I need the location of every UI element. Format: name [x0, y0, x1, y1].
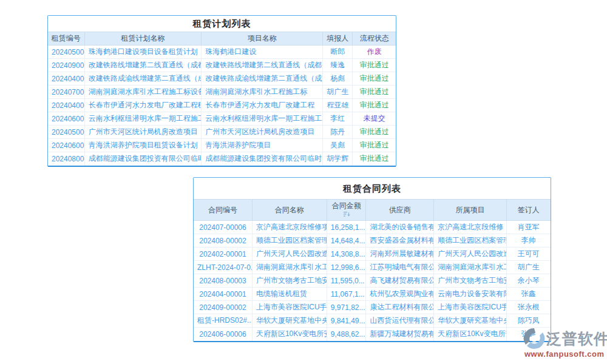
status-cell: 审批通过	[353, 72, 396, 86]
table-row[interactable]: 202408-00002顺德工业园区档案管理精装饰...14,648,4...西…	[194, 234, 551, 248]
header-row: 租赁编号租赁计划名称项目名称填报人流程状态	[48, 32, 396, 46]
status-cell: 未提交	[353, 112, 396, 126]
reporter-cell: 陈丹	[323, 126, 353, 139]
table-row[interactable]: 202406-00006天府新区10Kv变电所安装工程...9,488,62..…	[194, 328, 551, 341]
plan-id-cell[interactable]: 2024040006	[48, 99, 84, 112]
signer-cell: 陈巧凤	[506, 314, 551, 328]
col-contract-amount[interactable]: 合同金额	[327, 200, 366, 221]
contract-name-cell[interactable]: 广州市文物考古工地安防系统...	[252, 274, 327, 288]
project-name-cell[interactable]: 改建铁路线增建第二线直通线（成都-西安）电力线...	[202, 59, 323, 72]
plan-name-cell[interactable]: 广州市天河区统计局机房改造项目	[84, 126, 202, 139]
plan-name-cell[interactable]: 珠海鹤港口建设项目设备租赁计划	[84, 46, 202, 59]
plan-id-cell[interactable]: 2024060009	[48, 139, 84, 152]
amount-cell: 14,308,8...	[327, 248, 366, 261]
contract-no-cell[interactable]: 202408-00002	[194, 234, 252, 248]
plan-name-cell[interactable]: 改建铁路成渝线增建第二直通线（成渝枢纽）...	[84, 72, 202, 86]
table-row[interactable]: 2024090003改建铁路线增建第二线直通线（成都-西安）电...改建铁路线增…	[48, 59, 396, 72]
table-row[interactable]: 2024060010云南水利枢纽潜明水库一期工程施工标租赁设...云南水利枢纽潜…	[48, 112, 396, 126]
amount-cell: 11,067,1...	[327, 288, 366, 301]
signer-cell: 张永根	[506, 301, 551, 314]
plan-name-cell[interactable]: 成都能源建设集团投资有限公司临时办公场所...	[84, 152, 202, 166]
plan-name-cell[interactable]: 云南水利枢纽潜明水库一期工程施工标租赁设...	[84, 112, 202, 126]
contract-no-cell[interactable]: 202408-00003	[194, 274, 252, 288]
col-status: 流程状态	[353, 32, 396, 46]
plan-id-cell[interactable]: 2024060010	[48, 112, 84, 126]
table-row[interactable]: 2024070009湖南洞庭湖水库引水工程施工标设备租赁计划湖南洞庭湖水库引水工…	[48, 86, 396, 99]
status-cell: 审批通过	[353, 139, 396, 152]
supplier-cell: 高飞建材贸易有限公司	[366, 274, 434, 288]
table-row[interactable]: 202409-00002上海市美容医院ICU手术室净化...9,971,82..…	[194, 301, 551, 314]
table-row[interactable]: 202407-00006京沪高速北京段维修项目设备...16,258,1...湖…	[194, 221, 551, 234]
table-row[interactable]: 2024060009青海洪湖养护院项目租赁设备计划青海洪湖养护院项目吴彪审批通过	[48, 139, 396, 152]
project-name-cell[interactable]: 广州市天河区统计局机房改造项目	[202, 126, 323, 139]
contract-name-cell[interactable]: 天府新区10Kv变电所安装工程...	[252, 328, 327, 341]
project-name-cell[interactable]: 湖南洞庭湖水库引水工程施工标	[202, 86, 323, 99]
table-row[interactable]: 202402-00001广州天河人民公园改造工程挖...14,308,8...河…	[194, 248, 551, 261]
col-supplier: 供应商	[366, 200, 434, 221]
table-row[interactable]: ZLHT-2024-07-0...湖南洞庭湖水库引水工程施工...12,998,…	[194, 261, 551, 274]
col-project: 所属项目	[434, 200, 506, 221]
watermark-brand: 泛普软件	[546, 329, 607, 349]
plan-id-cell[interactable]: 2024090003	[48, 59, 84, 72]
supplier-cell: 河南郑州晨敏建材有限...	[366, 248, 434, 261]
amount-cell: 9,488,62...	[327, 328, 366, 341]
project-cell: 华软大厦研究基地中央空调系...	[434, 314, 506, 328]
amount-cell: 9,841,49...	[327, 314, 366, 328]
sort-amount-icon[interactable]	[329, 210, 364, 218]
contract-no-cell[interactable]: 202407-00006	[194, 221, 252, 234]
contract-no-cell[interactable]: ZLHT-2024-07-0...	[194, 261, 252, 274]
contract-no-cell[interactable]: 租赁-HRDS02#...	[194, 314, 252, 328]
table-row[interactable]: 202408-00003广州市文物考古工地安防系统...11,595,0...高…	[194, 274, 551, 288]
plan-id-cell[interactable]: 2024080004	[48, 152, 84, 166]
supplier-cell: 湖北美的设备销售有限...	[366, 221, 434, 234]
supplier-cell: 江苏明城电气有限公司	[366, 261, 434, 274]
status-cell: 审批通过	[353, 86, 396, 99]
contract-no-cell[interactable]: 202409-00002	[194, 301, 252, 314]
contract-name-cell[interactable]: 华软大厦研究基地中央空调系...	[252, 314, 327, 328]
plan-id-cell[interactable]: 2024040007	[48, 72, 84, 86]
project-cell: 广州市文物考古工地安防系统...	[434, 274, 506, 288]
fanpu-watermark: 泛普软件 www.fanpusoft.com	[522, 326, 607, 359]
plan-name-cell[interactable]: 青海洪湖养护院项目租赁设备计划	[84, 139, 202, 152]
contract-name-cell[interactable]: 广州天河人民公园改造工程挖...	[252, 248, 327, 261]
table-row[interactable]: 2024040006长春市伊通河水力发电厂改建工程租赁设备计划长春市伊通河水力发…	[48, 99, 396, 112]
contract-no-cell[interactable]: 202402-00001	[194, 248, 252, 261]
project-name-cell[interactable]: 长春市伊通河水力发电厂改建工程	[202, 99, 323, 112]
table-row[interactable]: 202404-00001电缆输送机租赁11,067,1...杭州弘农景观陶业有限…	[194, 288, 551, 301]
contract-name-cell[interactable]: 顺德工业园区档案管理精装饰...	[252, 234, 327, 248]
supplier-cell: 新疆万城建材贸易有限...	[366, 328, 434, 341]
contract-name-cell[interactable]: 湖南洞庭湖水库引水工程施工...	[252, 261, 327, 274]
plan-id-cell[interactable]: 2024050007	[48, 126, 84, 139]
plan-name-cell[interactable]: 湖南洞庭湖水库引水工程施工标设备租赁计划	[84, 86, 202, 99]
status-cell: 审批通过	[353, 126, 396, 139]
contract-name-cell[interactable]: 上海市美容医院ICU手术室净化...	[252, 301, 327, 314]
table-row[interactable]: 2024050007广州市天河区统计局机房改造项目广州市天河区统计局机房改造项目…	[48, 126, 396, 139]
project-name-cell[interactable]: 云南水利枢纽潜明水库一期工程施工标	[202, 112, 323, 126]
reporter-cell: 吴彪	[323, 139, 353, 152]
reporter-cell: 杨彪	[323, 72, 353, 86]
plan-id-cell[interactable]: 2024070009	[48, 86, 84, 99]
contract-name-cell[interactable]: 京沪高速北京段维修项目设备...	[252, 221, 327, 234]
project-name-cell[interactable]: 成都能源建设集团投资有限公司临时办公场所装修改...	[202, 152, 323, 166]
signer-cell: 李帅	[506, 234, 551, 248]
project-name-cell[interactable]: 珠海鹤港口建设	[202, 46, 323, 59]
project-cell: 上海市美容医院ICU手术室净化...	[434, 301, 506, 314]
contract-no-cell[interactable]: 202406-00006	[194, 328, 252, 341]
table-row[interactable]: 2024040007改建铁路成渝线增建第二直通线（成渝枢纽）...改建铁路成渝线…	[48, 72, 396, 86]
plan-name-cell[interactable]: 长春市伊通河水力发电厂改建工程租赁设备计划	[84, 99, 202, 112]
reporter-cell: 断郎	[323, 46, 353, 59]
reporter-cell: 李红	[323, 112, 353, 126]
plan-id-cell[interactable]: 2024050008	[48, 46, 84, 59]
table-row[interactable]: 租赁-HRDS02#...华软大厦研究基地中央空调系...9,841,49...…	[194, 314, 551, 328]
contract-name-cell[interactable]: 电缆输送机租赁	[252, 288, 327, 301]
project-name-cell[interactable]: 青海洪湖养护院项目	[202, 139, 323, 152]
table-row[interactable]: 2024080004成都能源建设集团投资有限公司临时办公场所...成都能源建设集…	[48, 152, 396, 166]
signer-cell: 余小琴	[506, 274, 551, 288]
contract-no-cell[interactable]: 202404-00001	[194, 288, 252, 301]
plan-list-title: 租赁计划列表	[48, 16, 396, 32]
plan-name-cell[interactable]: 改建铁路线增建第二线直通线（成都-西安）电...	[84, 59, 202, 72]
contract-list-panel: 租赁合同列表 合同编号合同名称合同金额供应商所属项目签订人202407-0000…	[193, 177, 551, 342]
table-row[interactable]: 2024050008珠海鹤港口建设项目设备租赁计划珠海鹤港口建设断郎作废	[48, 46, 396, 59]
signer-cell: 胡广生	[506, 261, 551, 274]
project-name-cell[interactable]: 改建铁路成渝线增建第二直通线（成渝枢纽）电力线...	[202, 72, 323, 86]
